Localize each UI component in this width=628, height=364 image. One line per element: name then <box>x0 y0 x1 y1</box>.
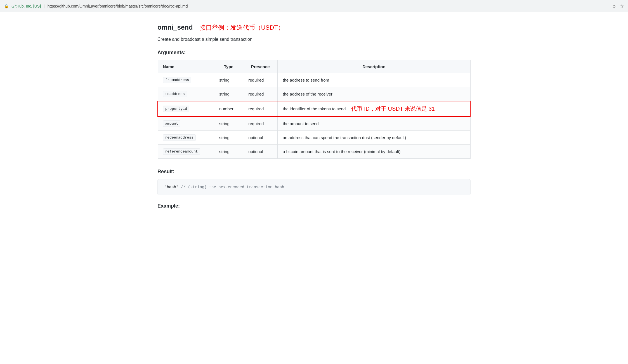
search-icon[interactable]: ⌕ <box>613 3 616 9</box>
header-type: Type <box>214 60 243 73</box>
code-comment: // (string) the hex-encoded transaction … <box>181 185 284 189</box>
api-name: omni_send <box>157 23 193 31</box>
result-section: Result: "hash" // (string) the hex-encod… <box>157 169 471 195</box>
result-code-block: "hash" // (string) the hex-encoded trans… <box>157 179 471 195</box>
code-string: "hash" <box>164 185 181 189</box>
browser-bar: 🔒 GitHub, Inc. [US] | https://github.com… <box>0 0 628 12</box>
example-label: Example: <box>157 203 471 209</box>
star-icon[interactable]: ☆ <box>620 3 624 9</box>
page-content: omni_send 接口举例：发送代币（USDT） Create and bro… <box>141 12 487 220</box>
table-row: fromaddressstringrequiredthe address to … <box>158 73 470 87</box>
url-bar[interactable]: https://github.com/OmniLayer/omnicore/bl… <box>48 4 610 8</box>
table-row: referenceamountstringoptionala bitcoin a… <box>158 145 470 159</box>
chinese-annotation: 代币 ID，对于 USDT 来说值是 31 <box>351 105 435 113</box>
arguments-label: Arguments: <box>157 50 471 56</box>
result-label: Result: <box>157 169 471 175</box>
site-info: GitHub, Inc. [US] <box>11 4 41 8</box>
arguments-table: Name Type Presence Description fromaddre… <box>157 60 471 159</box>
header-name: Name <box>158 60 214 73</box>
header-presence: Presence <box>243 60 278 73</box>
table-header-row: Name Type Presence Description <box>158 60 470 73</box>
table-row: amountstringrequiredthe amount to send <box>158 116 470 131</box>
arguments-section: Arguments: Name Type Presence Descriptio… <box>157 50 471 159</box>
table-row: redeemaddressstringoptionalan address th… <box>158 131 470 145</box>
description: Create and broadcast a simple send trans… <box>157 37 471 42</box>
title-row: omni_send 接口举例：发送代币（USDT） <box>157 23 471 32</box>
lock-icon: 🔒 <box>4 4 9 8</box>
chinese-subtitle: 接口举例：发送代币（USDT） <box>200 23 284 32</box>
header-description: Description <box>278 60 470 73</box>
example-section: Example: <box>157 203 471 209</box>
table-row: toaddressstringrequiredthe address of th… <box>158 87 470 101</box>
separator: | <box>44 4 45 8</box>
table-row: propertyidnumberrequiredthe identifier o… <box>158 101 470 116</box>
browser-icons: ⌕ ☆ <box>613 3 624 9</box>
